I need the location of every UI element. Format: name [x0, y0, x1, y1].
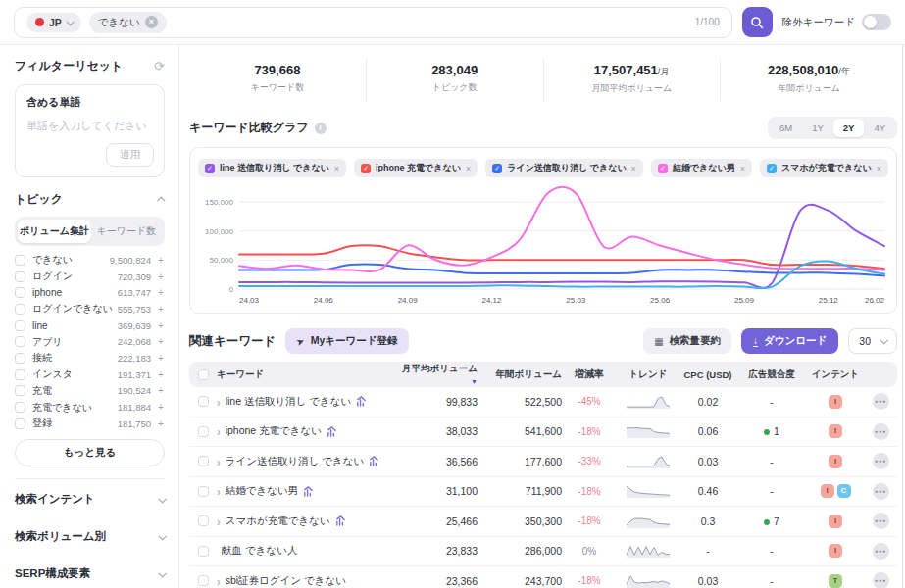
add-topic-icon[interactable]: + [157, 402, 165, 413]
legend-remove-icon[interactable]: × [466, 164, 471, 173]
keyword-text[interactable]: スマホが充電できない [226, 514, 330, 528]
keyword-text[interactable]: 結婚できない男 [226, 484, 298, 498]
more-options-icon[interactable]: ●●● [873, 423, 889, 440]
row-checkbox[interactable] [198, 456, 209, 466]
download-button[interactable]: ↓ ダウンロード [741, 328, 838, 354]
expand-chevron-icon[interactable]: › [217, 455, 221, 468]
add-topic-icon[interactable]: + [157, 304, 165, 315]
sidebar-section-2[interactable]: SERP構成要素 [15, 556, 165, 588]
select-all-checkbox[interactable] [198, 369, 209, 380]
keyword-text[interactable]: 献血 できない人 [222, 544, 297, 558]
topic-checkbox[interactable] [15, 385, 25, 396]
topic-item[interactable]: アプリ242,068+ [15, 333, 165, 350]
table-row[interactable]: ›iphone 充電できない38,033541,600-18%0.061I●●● [189, 417, 897, 448]
topic-item[interactable]: ログインできない555,753+ [15, 301, 165, 318]
show-more-button[interactable]: もっと見る [15, 439, 165, 466]
topic-item[interactable]: 接続222,183+ [15, 350, 165, 367]
apply-button[interactable]: 適用 [106, 143, 154, 167]
more-options-icon[interactable]: ●●● [873, 513, 889, 529]
topic-item[interactable]: 充電190,524+ [15, 383, 165, 400]
more-options-icon[interactable]: ●●● [873, 543, 889, 560]
add-topic-icon[interactable]: + [157, 353, 165, 364]
row-checkbox[interactable] [198, 426, 209, 437]
topic-checkbox[interactable] [15, 418, 25, 429]
remove-keyword-icon[interactable]: × [145, 16, 158, 28]
exclude-keyword-toggle[interactable] [862, 14, 891, 30]
expand-chevron-icon[interactable]: › [217, 484, 221, 498]
search-button[interactable] [742, 7, 773, 37]
add-topic-icon[interactable]: + [157, 255, 165, 266]
legend-checkbox-icon[interactable]: ✓ [361, 164, 371, 173]
legend-remove-icon[interactable]: × [631, 164, 636, 173]
expand-chevron-icon[interactable]: › [217, 395, 221, 409]
trend-chart-icon[interactable] [369, 456, 379, 466]
range-button-6m[interactable]: 6M [770, 119, 802, 137]
expand-chevron-icon[interactable]: › [217, 514, 221, 528]
topic-checkbox[interactable] [15, 353, 25, 364]
more-options-icon[interactable]: ●●● [873, 453, 889, 469]
more-options-icon[interactable]: ●●● [873, 393, 889, 410]
topic-checkbox[interactable] [15, 271, 25, 282]
add-topic-icon[interactable]: + [157, 287, 165, 298]
range-button-1y[interactable]: 1Y [802, 119, 833, 137]
row-checkbox[interactable] [198, 486, 209, 497]
topic-item[interactable]: 充電できない181,884+ [15, 399, 165, 416]
table-row[interactable]: ›sbi証券ログイン できない23,366243,700-18%0.03-T●●… [189, 566, 897, 588]
table-row[interactable]: ›ライン送信取り消し できない36,566177,600-33%0.03-I●●… [189, 447, 897, 477]
header-monthly-volume[interactable]: 月平均ボリューム▼ [393, 363, 478, 386]
topic-item[interactable]: できない9,500,824+ [15, 252, 165, 269]
legend-chip[interactable]: ✓ライン送信取り消し できない× [485, 159, 643, 177]
keyword-text[interactable]: line 送信取り消し できない [226, 395, 352, 409]
more-options-icon[interactable]: ●●● [873, 483, 889, 500]
range-button-4y[interactable]: 4Y [864, 119, 895, 137]
legend-remove-icon[interactable]: × [877, 164, 881, 173]
trend-chart-icon[interactable] [335, 515, 346, 526]
legend-remove-icon[interactable]: × [740, 164, 745, 173]
my-keyword-register-button[interactable]: ➤ Myキーワード登録 [285, 328, 408, 354]
topic-checkbox[interactable] [15, 369, 25, 380]
add-topic-icon[interactable]: + [157, 271, 165, 282]
row-checkbox[interactable] [198, 396, 209, 407]
topic-checkbox[interactable] [15, 287, 25, 298]
trend-chart-icon[interactable] [356, 396, 367, 407]
table-row[interactable]: ›結婚できない男31,100711,900-18%0.46-IC●●● [189, 477, 897, 508]
row-checkbox[interactable] [198, 546, 209, 557]
table-row[interactable]: ›スマホが充電できない25,466350,300-18%0.37I●●● [189, 507, 897, 537]
topic-checkbox[interactable] [15, 255, 25, 266]
topic-item[interactable]: 登録181,750+ [15, 416, 165, 432]
keyword-text[interactable]: sbi証券ログイン できない [226, 574, 346, 588]
expand-chevron-icon[interactable]: › [217, 574, 221, 588]
topic-item[interactable]: iphone613,747+ [15, 284, 165, 301]
trend-chart-icon[interactable] [303, 486, 314, 497]
topic-checkbox[interactable] [15, 402, 25, 413]
search-box[interactable]: JP できない × 1/100 [14, 7, 732, 38]
legend-chip[interactable]: ✓iphone 充電できない× [354, 159, 478, 177]
topic-checkbox[interactable] [15, 336, 25, 347]
range-button-2y[interactable]: 2Y [833, 119, 865, 137]
country-selector[interactable]: JP [26, 13, 81, 32]
add-topic-icon[interactable]: + [157, 320, 165, 331]
expand-chevron-icon[interactable]: › [217, 424, 221, 438]
page-size-select[interactable]: 30 [848, 328, 897, 354]
table-row[interactable]: 献血 できない人23,833286,0000%--I●●● [189, 537, 897, 567]
row-checkbox[interactable] [198, 515, 209, 526]
topic-item[interactable]: line369,639+ [15, 318, 165, 334]
topic-item[interactable]: インスタ191,371+ [15, 367, 165, 383]
legend-checkbox-icon[interactable]: ✓ [658, 164, 668, 173]
info-icon[interactable]: i [315, 122, 327, 134]
include-words-input[interactable]: 単語を入力してください [26, 119, 154, 133]
topic-checkbox[interactable] [15, 320, 25, 331]
tab-keyword-count[interactable]: キーワード数 [91, 220, 162, 243]
legend-chip[interactable]: ✓結婚できない男× [651, 159, 752, 177]
chevron-up-icon[interactable] [157, 196, 165, 204]
topic-item[interactable]: ログイン720,309+ [15, 269, 165, 285]
table-row[interactable]: ›line 送信取り消し できない99,833522,500-45%0.02-I… [189, 387, 897, 417]
add-topic-icon[interactable]: + [157, 418, 165, 429]
search-keyword-tag[interactable]: できない × [89, 12, 167, 33]
add-topic-icon[interactable]: + [157, 336, 165, 347]
sidebar-section-0[interactable]: 検索インテント [15, 481, 165, 518]
legend-checkbox-icon[interactable]: ✓ [492, 164, 502, 173]
topic-checkbox[interactable] [15, 304, 25, 315]
legend-chip[interactable]: ✓line 送信取り消し できない× [198, 159, 346, 177]
legend-remove-icon[interactable]: × [334, 164, 339, 173]
